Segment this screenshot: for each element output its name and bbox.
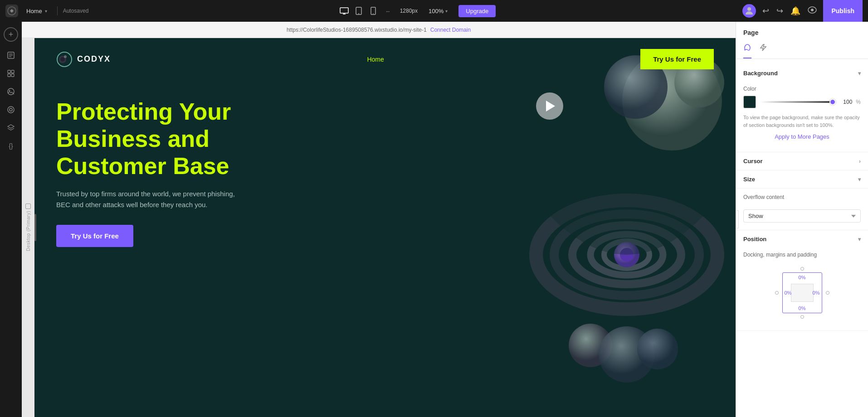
upgrade-button[interactable]: Upgrade bbox=[458, 5, 496, 17]
svg-point-20 bbox=[8, 107, 14, 113]
site-nav: Home bbox=[367, 56, 384, 63]
background-note: To view the page background, make sure t… bbox=[743, 114, 861, 129]
hero-cta-button[interactable]: Try Us for Free bbox=[56, 225, 133, 247]
svg-point-8 bbox=[811, 9, 814, 11]
wix-logo[interactable] bbox=[5, 5, 18, 17]
docking-center-box bbox=[791, 284, 814, 302]
desktop-label-collapse-icon[interactable] bbox=[25, 204, 31, 209]
svg-point-18 bbox=[9, 90, 10, 92]
svg-point-36 bbox=[599, 326, 655, 383]
docking-left-value: 0% bbox=[785, 290, 792, 296]
docking-radio-bottom[interactable] bbox=[800, 315, 804, 319]
svg-point-37 bbox=[637, 329, 678, 369]
background-label: Background bbox=[743, 70, 778, 77]
nav-home-link[interactable]: Home bbox=[367, 56, 384, 63]
notifications-icon[interactable]: 🔔 bbox=[790, 5, 801, 17]
panel-content: Background ▾ Color 100 % To view the pag… bbox=[736, 59, 868, 417]
docking-radio-right[interactable] bbox=[826, 291, 829, 295]
preview-icon[interactable] bbox=[807, 5, 818, 17]
user-avatar[interactable] bbox=[742, 4, 756, 18]
svg-rect-1 bbox=[340, 8, 348, 13]
page-chevron-icon: ▾ bbox=[45, 9, 47, 14]
size-section-header[interactable]: Size ▾ bbox=[736, 170, 868, 188]
opacity-slider-track[interactable] bbox=[760, 101, 836, 103]
svg-rect-13 bbox=[8, 70, 10, 73]
color-row: 100 % bbox=[743, 96, 861, 108]
docking-diagram: 0% 0% 0% 0% bbox=[782, 272, 822, 313]
cursor-section: Cursor › bbox=[736, 152, 868, 170]
site-logo-text: CODYX bbox=[77, 54, 111, 64]
publish-button[interactable]: Publish bbox=[823, 0, 863, 22]
sidebar-icon-code[interactable]: {} bbox=[3, 138, 19, 154]
mobile-device-icon[interactable] bbox=[368, 6, 378, 16]
url-bar: https://ColorlifeStudios-1689508576.wixs… bbox=[22, 22, 736, 38]
sidebar-icon-apps[interactable] bbox=[3, 102, 19, 118]
cursor-label: Cursor bbox=[743, 158, 763, 165]
cursor-chevron-icon: › bbox=[859, 158, 861, 165]
sidebar-icon-media[interactable] bbox=[3, 83, 19, 100]
page-name-label: Home bbox=[26, 8, 42, 15]
topbar: Home ▾ Autosaved ··· 1280px 100% ▾ Upgra… bbox=[0, 0, 868, 22]
more-devices-icon[interactable]: ··· bbox=[383, 6, 393, 16]
hero-section: Protecting Your Business and Customer Ba… bbox=[34, 80, 736, 274]
hero-subtitle: Trusted by top firms around the world, w… bbox=[56, 189, 247, 210]
overflow-label: Overflow content bbox=[743, 194, 861, 200]
panel-collapse-button[interactable]: › bbox=[736, 210, 739, 228]
overflow-select[interactable]: Show bbox=[743, 209, 861, 223]
svg-rect-14 bbox=[11, 70, 14, 73]
connect-domain-link[interactable]: Connect Domain bbox=[430, 27, 471, 33]
docking-right-value: 0% bbox=[813, 290, 820, 296]
position-section: Position ▾ Docking, margins and padding … bbox=[736, 230, 868, 331]
desktop-device-icon[interactable] bbox=[339, 6, 349, 16]
undo-button[interactable]: ↩ bbox=[761, 5, 770, 17]
header-cta-button[interactable]: Try Us for Free bbox=[640, 49, 714, 69]
svg-point-6 bbox=[747, 7, 751, 11]
color-swatch[interactable] bbox=[743, 96, 756, 108]
desktop-label-text: Desktop (Primary) bbox=[26, 211, 31, 251]
add-element-button[interactable]: + bbox=[4, 27, 18, 42]
zoom-control[interactable]: 100% ▾ bbox=[425, 6, 451, 16]
right-panel: › Page Background ▾ Color bbox=[736, 22, 868, 417]
play-arrow-icon bbox=[546, 101, 555, 112]
docking-radio-left[interactable] bbox=[775, 291, 779, 295]
opacity-slider-thumb[interactable] bbox=[829, 99, 836, 105]
apply-to-more-pages-link[interactable]: Apply to More Pages bbox=[743, 129, 861, 145]
svg-point-35 bbox=[569, 324, 612, 367]
play-button[interactable] bbox=[536, 92, 563, 120]
svg-point-17 bbox=[8, 88, 14, 95]
url-text: https://ColorlifeStudios-1689508576.wixs… bbox=[287, 27, 427, 33]
svg-rect-16 bbox=[11, 74, 14, 77]
sidebar-icon-pages[interactable] bbox=[3, 47, 19, 63]
background-section: Background ▾ Color 100 % To view the pag… bbox=[736, 64, 868, 152]
tab-lightning[interactable] bbox=[759, 40, 767, 58]
device-icons: ··· bbox=[339, 6, 393, 16]
docking-bottom-value: 0% bbox=[799, 305, 806, 311]
site-header: CODYX Home Try Us for Free bbox=[34, 38, 736, 80]
size-section: Size ▾ bbox=[736, 170, 868, 189]
tablet-device-icon[interactable] bbox=[354, 6, 364, 16]
topbar-right: ↩ ↪ 🔔 Publish bbox=[742, 0, 863, 22]
sidebar-icon-elements[interactable] bbox=[3, 65, 19, 82]
opacity-value: 100 bbox=[839, 99, 852, 105]
svg-point-23 bbox=[60, 57, 65, 62]
panel-tabs bbox=[736, 36, 868, 59]
site-logo: CODYX bbox=[56, 51, 111, 68]
separator-1 bbox=[57, 6, 58, 15]
docking-label: Docking, margins and padding bbox=[743, 252, 861, 258]
svg-point-3 bbox=[358, 13, 359, 14]
canvas-viewport: Desktop (Primary) CODYX bbox=[22, 38, 736, 417]
sidebar-icon-layers[interactable] bbox=[3, 120, 19, 136]
cursor-section-header[interactable]: Cursor › bbox=[736, 152, 868, 170]
svg-rect-15 bbox=[8, 74, 10, 77]
redo-button[interactable]: ↪ bbox=[775, 5, 784, 17]
page-selector[interactable]: Home ▾ bbox=[22, 6, 52, 16]
left-sidebar: + {} bbox=[0, 22, 22, 417]
docking-radio-top[interactable] bbox=[800, 267, 804, 271]
background-section-header[interactable]: Background ▾ bbox=[736, 64, 868, 82]
color-label: Color bbox=[743, 86, 861, 92]
website-preview: CODYX Home Try Us for Free Protecting Yo… bbox=[34, 38, 736, 417]
tab-design[interactable] bbox=[743, 40, 751, 58]
size-chevron-icon: ▾ bbox=[858, 176, 861, 183]
opacity-percent-label: % bbox=[856, 99, 861, 105]
position-section-header[interactable]: Position ▾ bbox=[736, 230, 868, 248]
